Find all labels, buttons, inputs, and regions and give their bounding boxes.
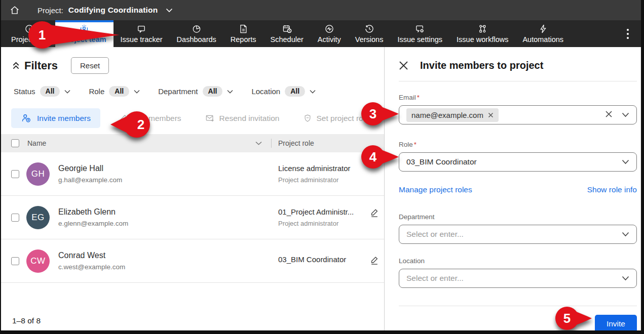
- close-panel-icon[interactable]: [399, 61, 408, 70]
- show-role-info-link[interactable]: Show role info: [587, 185, 637, 194]
- filter-role[interactable]: Role All: [89, 86, 140, 97]
- tab-issue-workflows[interactable]: Issue workflows: [449, 20, 515, 47]
- reset-filters-button[interactable]: Reset: [71, 57, 109, 74]
- required-asterisk: *: [414, 141, 416, 148]
- name-column-header[interactable]: Name: [27, 139, 46, 147]
- invite-submit-button[interactable]: Invite: [595, 315, 637, 333]
- edit-role-icon[interactable]: [370, 256, 379, 267]
- role-links-row: Manage project roles Show role info: [399, 185, 637, 194]
- sort-chevron-icon[interactable]: [255, 141, 262, 145]
- nav-overflow-kebab-icon[interactable]: [623, 27, 633, 41]
- role-field-label: Role*: [399, 141, 637, 148]
- select-all-checkbox[interactable]: [11, 139, 19, 147]
- member-email: c.west@example.com: [58, 263, 125, 271]
- member-identity: Conrad West c.west@example.com: [58, 251, 125, 271]
- invite-members-button[interactable]: Invite members: [11, 108, 100, 128]
- filter-location[interactable]: Location All: [251, 86, 316, 97]
- resend-invitation-button[interactable]: Resend invitation: [205, 113, 280, 123]
- member-email: g.hall@example.com: [58, 176, 122, 184]
- invite-members-label: Invite members: [37, 114, 91, 123]
- filter-department[interactable]: Department All: [158, 86, 233, 97]
- team-icon: [79, 24, 90, 34]
- member-name: Conrad West: [58, 251, 125, 260]
- edit-role-icon[interactable]: [370, 208, 379, 220]
- member-name: Elizabeth Glenn: [58, 207, 128, 217]
- role-select-value: 03_BIM Coordinator: [406, 157, 477, 166]
- location-placeholder: Select or enter...: [406, 274, 464, 283]
- tab-project-info[interactable]: Project info: [4, 20, 55, 47]
- member-role: 03_BIM Coordinator: [278, 255, 367, 264]
- department-select[interactable]: Select or enter...: [399, 225, 637, 244]
- filter-label: Role: [89, 87, 104, 96]
- filter-value-pill: All: [285, 86, 305, 97]
- tab-dashboards[interactable]: Dashboards: [170, 20, 223, 47]
- manage-project-roles-link[interactable]: Manage project roles: [399, 185, 472, 194]
- member-role-cell: 03_BIM Coordinator: [272, 255, 379, 267]
- email-dropdown-chevron-icon[interactable]: [622, 110, 629, 119]
- activity-pulse-icon: [324, 24, 334, 34]
- tab-scheduler[interactable]: Scheduler: [263, 20, 311, 47]
- filter-label: Department: [158, 87, 198, 96]
- top-bar: Project: Codifying Coordination: [1, 0, 641, 20]
- tab-activity[interactable]: Activity: [311, 20, 348, 47]
- tab-label: Dashboards: [177, 35, 216, 44]
- role-select[interactable]: 03_BIM Coordinator: [399, 152, 637, 172]
- location-dropdown-chevron-icon[interactable]: [622, 274, 629, 283]
- tab-issue-settings[interactable]: Issue settings: [390, 20, 449, 47]
- member-role-cell: 01_Project Administr... Project administ…: [272, 207, 379, 227]
- remove-email-chip-icon[interactable]: [488, 112, 494, 118]
- filter-label: Location: [251, 87, 280, 96]
- tab-automations[interactable]: Automations: [515, 20, 571, 47]
- member-role: 01_Project Administr...: [278, 207, 367, 216]
- chevron-down-icon: [227, 90, 233, 94]
- row-checkbox[interactable]: [11, 170, 19, 178]
- tab-label: Issue settings: [397, 35, 442, 44]
- pagination-status: 1–8 of 8: [12, 316, 41, 325]
- tab-versions[interactable]: Versions: [348, 20, 391, 47]
- table-row[interactable]: CW Conrad West c.west@example.com 03_BIM…: [1, 239, 384, 283]
- project-switcher-chevron-icon[interactable]: [166, 8, 173, 13]
- member-identity: Elizabeth Glenn e.glenn@example.com: [58, 207, 128, 227]
- location-field-label: Location: [399, 257, 637, 265]
- panel-footer: Invite: [399, 306, 637, 333]
- set-project-role-button[interactable]: Set project role: [303, 113, 369, 123]
- edit-members-button[interactable]: Edit members: [119, 113, 181, 123]
- email-input[interactable]: name@example.com: [399, 105, 637, 124]
- collapse-filters-icon[interactable]: [12, 61, 20, 70]
- home-icon[interactable]: [9, 4, 21, 16]
- tab-label: Scheduler: [271, 35, 304, 44]
- department-field-label: Department: [399, 213, 637, 221]
- member-access-level: Project administrator: [278, 220, 367, 227]
- table-row[interactable]: GH Georgie Hall g.hall@example.com Licen…: [1, 152, 384, 196]
- tab-issue-tracker[interactable]: Issue tracker: [113, 20, 170, 47]
- role-column-header[interactable]: Project role: [272, 139, 379, 147]
- table-row[interactable]: EG Elizabeth Glenn e.glenn@example.com 0…: [1, 196, 384, 239]
- project-label: Project:: [37, 6, 63, 15]
- info-icon: [24, 24, 34, 34]
- clear-input-icon[interactable]: [605, 110, 613, 120]
- department-dropdown-chevron-icon[interactable]: [622, 230, 629, 239]
- shield-icon: [303, 113, 312, 123]
- history-clock-icon: [364, 24, 374, 34]
- chevron-down-icon: [134, 90, 140, 94]
- member-identity: Georgie Hall g.hall@example.com: [58, 164, 122, 184]
- member-email: e.glenn@example.com: [58, 220, 128, 227]
- location-select[interactable]: Select or enter...: [399, 269, 637, 288]
- tab-label: Activity: [318, 35, 341, 44]
- content-area: Filters Reset Status All Role All Depart…: [1, 47, 641, 330]
- filter-value-pill: All: [109, 86, 129, 97]
- filters-header: Filters Reset: [12, 57, 384, 74]
- panel-header: Invite members to project: [399, 60, 637, 71]
- app-window: Project: Codifying Coordination Project …: [0, 0, 644, 334]
- person-add-icon: [21, 113, 31, 123]
- tab-reports[interactable]: Reports: [223, 20, 263, 47]
- filter-status[interactable]: Status All: [14, 86, 70, 97]
- row-checkbox[interactable]: [11, 257, 19, 265]
- avatar: EG: [26, 206, 50, 229]
- role-dropdown-chevron-icon[interactable]: [622, 157, 629, 166]
- pencil-icon: [119, 113, 128, 123]
- filters-row: Status All Role All Department All Locat…: [14, 86, 384, 97]
- pie-chart-icon: [192, 24, 202, 34]
- row-checkbox[interactable]: [11, 214, 19, 222]
- tab-project-team[interactable]: Project team: [55, 20, 113, 47]
